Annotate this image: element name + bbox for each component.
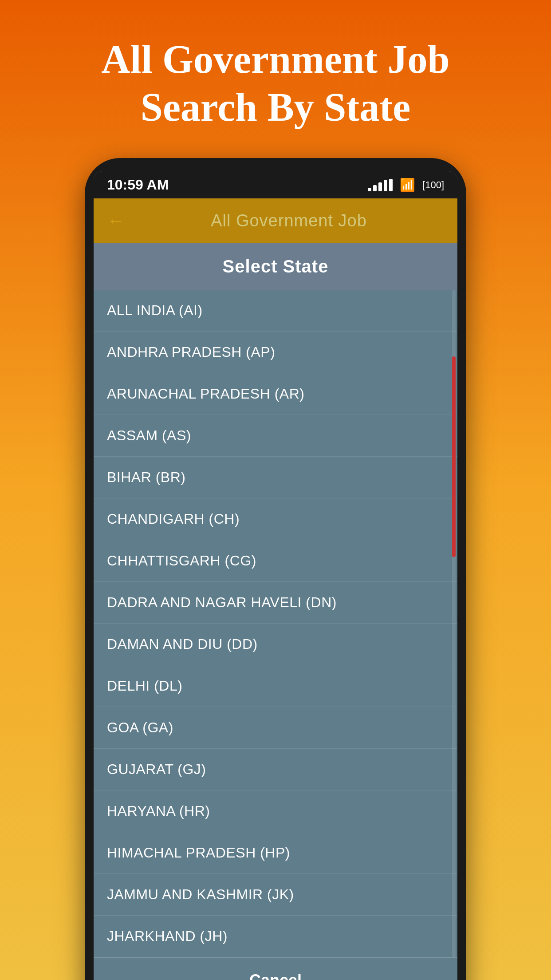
scrollbar-thumb[interactable] [452,356,456,557]
list-item[interactable]: GUJARAT (GJ) [94,749,457,790]
select-state-header: Select State [94,243,457,290]
phone-wrapper: 10:59 AM 📶 [100] ← All Government Job [85,158,466,980]
status-icons: 📶 [100] [368,178,444,192]
list-item[interactable]: DELHI (DL) [94,665,457,707]
list-item[interactable]: CHANDIGARH (CH) [94,498,457,540]
list-item[interactable]: ALL INDIA (AI) [94,290,457,332]
list-item[interactable]: JHARKHAND (JH) [94,916,457,957]
list-item[interactable]: DAMAN AND DIU (DD) [94,624,457,665]
page-title: All Government Job Search By State [66,36,485,131]
status-bar: 10:59 AM 📶 [100] [94,171,457,198]
cancel-label[interactable]: Cancel [249,971,302,980]
wifi-icon: 📶 [400,178,415,192]
list-item[interactable]: ARUNACHAL PRADESH (AR) [94,373,457,415]
status-time: 10:59 AM [107,177,169,193]
list-item[interactable]: ASSAM (AS) [94,415,457,457]
title-line1: All Government Job [102,37,450,81]
list-item[interactable]: BIHAR (BR) [94,457,457,498]
list-item[interactable]: ANDHRA PRADESH (AP) [94,332,457,373]
list-container[interactable]: ALL INDIA (AI)ANDHRA PRADESH (AP)ARUNACH… [94,290,457,957]
list-item[interactable]: DADRA AND NAGAR HAVELI (DN) [94,582,457,624]
select-state-title: Select State [223,257,329,276]
phone-screen: 10:59 AM 📶 [100] ← All Government Job [94,171,457,980]
list-item[interactable]: CHHATTISGARH (CG) [94,540,457,582]
list-item[interactable]: HIMACHAL PRADESH (HP) [94,832,457,874]
app-header-title: All Government Job [134,211,444,230]
battery-icon: [100] [422,179,444,191]
state-list: ALL INDIA (AI)ANDHRA PRADESH (AP)ARUNACH… [94,290,457,957]
app-header: ← All Government Job [94,198,457,243]
back-button[interactable]: ← [107,211,125,231]
list-item[interactable]: HARYANA (HR) [94,790,457,832]
signal-icon [368,179,393,191]
list-item[interactable]: JAMMU AND KASHMIR (JK) [94,874,457,916]
title-line2: Search By State [141,85,410,129]
list-item[interactable]: GOA (GA) [94,707,457,749]
cancel-bar[interactable]: Cancel [94,957,457,980]
scrollbar-track[interactable] [452,290,456,957]
